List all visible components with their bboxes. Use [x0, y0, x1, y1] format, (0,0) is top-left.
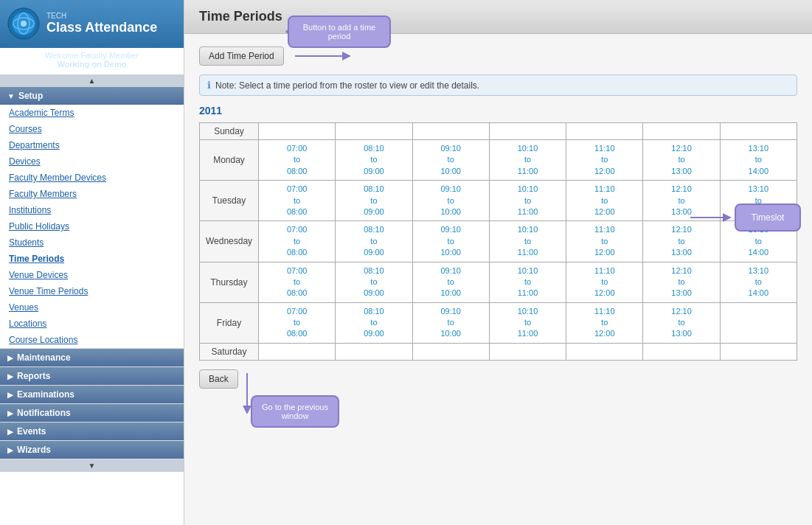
back-button-row: Back Go to the previous window	[199, 369, 238, 389]
tuesday-slot-3[interactable]: 09:10to10:00	[412, 181, 489, 221]
saturday-slot-3[interactable]	[412, 343, 489, 360]
sunday-slot-1[interactable]	[259, 123, 336, 140]
sidebar-item-venue-time-periods[interactable]: Venue Time Periods	[0, 283, 184, 299]
events-label: Events	[17, 426, 46, 437]
tuesday-slot-4[interactable]: 10:10to11:00	[489, 181, 566, 221]
sidebar-item-faculty-members[interactable]: Faculty Members	[0, 186, 184, 202]
monday-slot-7[interactable]: 13:10to14:00	[720, 140, 797, 181]
saturday-slot-6[interactable]	[643, 343, 720, 360]
sidebar-item-public-holidays[interactable]: Public Holidays	[0, 218, 184, 234]
thursday-slot-3[interactable]: 09:10to10:00	[412, 262, 489, 302]
app-logo	[7, 7, 41, 41]
welcome-text: Welcome Faculty Member Working on Demo	[0, 48, 184, 74]
sidebar-item-course-locations[interactable]: Course Locations	[0, 332, 184, 348]
examinations-header[interactable]: ▶ Examinations	[0, 386, 184, 403]
sunday-slot-7[interactable]	[720, 123, 797, 140]
monday-slot-1[interactable]: 07:00to08:00	[259, 140, 336, 181]
monday-slot-4[interactable]: 10:10to11:00	[489, 140, 566, 181]
examinations-label: Examinations	[17, 389, 74, 400]
sidebar-item-devices[interactable]: Devices	[0, 153, 184, 170]
wednesday-slot-5[interactable]: 11:10to12:00	[566, 221, 643, 262]
sunday-slot-5[interactable]	[566, 123, 643, 140]
sunday-slot-2[interactable]	[336, 123, 412, 140]
saturday-slot-2[interactable]	[336, 343, 412, 360]
monday-slot-2[interactable]: 08:10to09:00	[336, 140, 412, 181]
reports-header[interactable]: ▶ Reports	[0, 367, 184, 385]
time-grid: Sunday Monday 07:00to08:00	[199, 122, 797, 361]
tooltip-arrow-add	[295, 45, 354, 67]
sunday-slot-3[interactable]	[412, 123, 489, 140]
sidebar-item-students[interactable]: Students	[0, 234, 184, 251]
thursday-slot-7[interactable]: 13:10to14:00	[720, 262, 797, 302]
friday-slot-4[interactable]: 10:10to11:00	[489, 302, 566, 343]
examinations-arrow: ▶	[7, 391, 13, 399]
friday-slot-2[interactable]: 08:10to09:00	[336, 302, 412, 343]
timeslot-tooltip: Timeslot	[735, 204, 801, 232]
setup-header[interactable]: ▼ Setup	[0, 87, 184, 105]
tuesday-slot-1[interactable]: 07:00to08:00	[259, 181, 336, 221]
timeslot-arrow	[690, 210, 735, 225]
thursday-slot-1[interactable]: 07:00to08:00	[259, 262, 336, 302]
wizards-section: ▶ Wizards	[0, 441, 184, 459]
day-sunday: Sunday	[200, 123, 259, 140]
timeslot-tooltip-container: Timeslot	[690, 204, 801, 232]
sidebar-item-departments[interactable]: Departments	[0, 137, 184, 153]
thursday-slot-6[interactable]: 12:10to13:00	[643, 262, 720, 302]
saturday-slot-4[interactable]	[489, 343, 566, 360]
note-text: Note: Select a time period from the rost…	[215, 80, 479, 91]
setup-label: Setup	[18, 91, 43, 101]
sidebar-item-faculty-member-devices[interactable]: Faculty Member Devices	[0, 170, 184, 186]
sunday-slot-4[interactable]	[489, 123, 566, 140]
friday-slot-3[interactable]: 09:10to10:00	[412, 302, 489, 343]
thursday-slot-2[interactable]: 08:10to09:00	[336, 262, 412, 302]
monday-slot-3[interactable]: 09:10to10:00	[412, 140, 489, 181]
sidebar-item-academic-terms[interactable]: Academic Terms	[0, 105, 184, 121]
page-header: Time Periods	[184, 0, 812, 34]
notifications-header[interactable]: ▶ Notifications	[0, 404, 184, 422]
wednesday-slot-3[interactable]: 09:10to10:00	[412, 221, 489, 262]
content-area: Add Time Period Button to add a time per…	[184, 34, 812, 400]
monday-slot-5[interactable]: 11:10to12:00	[566, 140, 643, 181]
sidebar: TECH Class Attendance Welcome Faculty Me…	[0, 0, 184, 525]
table-row: Monday 07:00to08:00 08:10to09:00 09:10to…	[200, 140, 797, 181]
year-label: 2011	[199, 105, 797, 117]
events-header[interactable]: ▶ Events	[0, 423, 184, 440]
friday-slot-6[interactable]: 12:10to13:00	[643, 302, 720, 343]
sidebar-item-locations[interactable]: Locations	[0, 316, 184, 332]
saturday-slot-1[interactable]	[259, 343, 336, 360]
setup-section: ▼ Setup Academic Terms Courses Departmen…	[0, 87, 184, 349]
wednesday-slot-1[interactable]: 07:00to08:00	[259, 221, 336, 262]
table-row: Sunday	[200, 123, 797, 140]
wednesday-slot-4[interactable]: 10:10to11:00	[489, 221, 566, 262]
day-friday: Friday	[200, 302, 259, 343]
thursday-slot-5[interactable]: 11:10to12:00	[566, 262, 643, 302]
sidebar-item-courses[interactable]: Courses	[0, 121, 184, 137]
maintenance-arrow: ▶	[7, 354, 13, 362]
day-wednesday: Wednesday	[200, 221, 259, 262]
day-tuesday: Tuesday	[200, 181, 259, 221]
saturday-slot-5[interactable]	[566, 343, 643, 360]
wizards-header[interactable]: ▶ Wizards	[0, 441, 184, 459]
sidebar-item-venue-devices[interactable]: Venue Devices	[0, 267, 184, 283]
tuesday-slot-5[interactable]: 11:10to12:00	[566, 181, 643, 221]
sidebar-item-institutions[interactable]: Institutions	[0, 202, 184, 218]
scroll-up-button[interactable]: ▲	[0, 74, 184, 87]
back-tooltip: Go to the previous window	[251, 395, 339, 428]
scroll-down-button[interactable]: ▼	[0, 459, 184, 472]
friday-slot-1[interactable]: 07:00to08:00	[259, 302, 336, 343]
thursday-slot-4[interactable]: 10:10to11:00	[489, 262, 566, 302]
wednesday-slot-2[interactable]: 08:10to09:00	[336, 221, 412, 262]
tuesday-slot-2[interactable]: 08:10to09:00	[336, 181, 412, 221]
back-button[interactable]: Back	[199, 369, 238, 389]
saturday-slot-7[interactable]	[720, 343, 797, 360]
friday-slot-7[interactable]	[720, 302, 797, 343]
app-title: Class Attendance	[46, 20, 157, 36]
sidebar-item-time-periods[interactable]: Time Periods	[0, 251, 184, 267]
maintenance-header[interactable]: ▶ Maintenance	[0, 349, 184, 366]
sidebar-item-venues[interactable]: Venues	[0, 299, 184, 316]
sunday-slot-6[interactable]	[643, 123, 720, 140]
friday-slot-5[interactable]: 11:10to12:00	[566, 302, 643, 343]
add-time-period-button[interactable]: Add Time Period	[199, 46, 284, 66]
monday-slot-6[interactable]: 12:10to13:00	[643, 140, 720, 181]
examinations-section: ▶ Examinations	[0, 386, 184, 404]
